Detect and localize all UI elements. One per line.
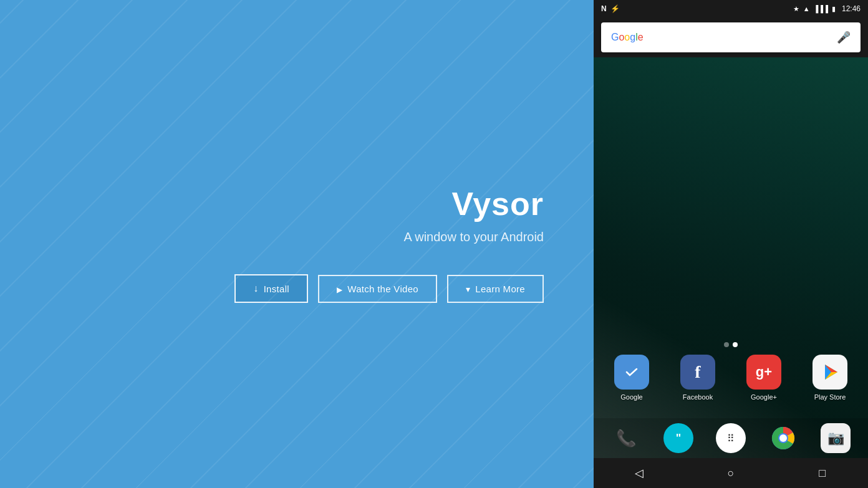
status-time: 12:46	[842, 4, 861, 13]
messenger-icon: ⠿	[716, 423, 746, 453]
home-button[interactable]: ○	[718, 461, 743, 486]
battery-icon: ▮	[832, 5, 836, 13]
chevron-down-icon	[466, 284, 470, 294]
svg-point-9	[779, 434, 787, 442]
googleplus-label: Google+	[751, 393, 777, 401]
playstore-icon	[813, 355, 847, 390]
install-button[interactable]: Install	[234, 274, 308, 303]
home-icon: ○	[728, 467, 735, 480]
left-panel: Vysor A window to your Android Install W…	[0, 0, 594, 488]
phone-icon: 📞	[611, 423, 641, 453]
playstore-label: Play Store	[814, 393, 846, 401]
install-label: Install	[264, 284, 289, 294]
google-search-bar[interactable]: Google 🎤	[601, 22, 861, 52]
notification-icon-n: N	[601, 4, 607, 13]
recents-button[interactable]: □	[810, 461, 835, 486]
bluetooth-icon: ★	[793, 5, 799, 13]
app-title: Vysor	[451, 185, 544, 222]
dock-chrome[interactable]	[758, 423, 808, 453]
dock-hangouts[interactable]: "	[653, 423, 703, 453]
nav-bar: ◁ ○ □	[594, 458, 868, 488]
google-tasks-icon	[614, 355, 649, 390]
back-button[interactable]: ◁	[627, 461, 652, 486]
icons-grid: Google f Facebook g+ Google+	[601, 355, 861, 401]
app-icons-row: Google f Facebook g+ Google+	[594, 342, 868, 418]
googleplus-icon: g+	[746, 355, 781, 390]
dock-messenger[interactable]: ⠿	[706, 423, 756, 453]
google-logo: Google	[611, 32, 644, 43]
phone-content: Google f Facebook g+ Google+	[594, 57, 868, 458]
app-icon-playstore[interactable]: Play Store	[799, 355, 861, 401]
app-icon-googleplus[interactable]: g+ Google+	[733, 355, 794, 401]
mic-icon[interactable]: 🎤	[837, 31, 851, 44]
google-tasks-label: Google	[620, 393, 642, 401]
watch-video-label: Watch the Video	[347, 284, 418, 294]
app-subtitle: A window to your Android	[403, 230, 544, 244]
app-icon-google[interactable]: Google	[601, 355, 662, 401]
camera-icon: 📷	[821, 423, 851, 453]
wifi-icon: ▲	[803, 5, 810, 12]
recents-icon: □	[819, 467, 826, 480]
watch-video-button[interactable]: Watch the Video	[318, 275, 437, 303]
learn-more-label: Learn More	[475, 284, 525, 294]
dock-phone[interactable]: 📞	[601, 423, 651, 453]
action-buttons: Install Watch the Video Learn More	[234, 274, 544, 303]
app-icon-facebook[interactable]: f Facebook	[667, 355, 728, 401]
status-left: N ⚡	[601, 4, 620, 13]
facebook-icon: f	[680, 355, 715, 390]
page-indicator	[601, 342, 861, 347]
hangouts-icon: "	[663, 423, 693, 453]
learn-more-button[interactable]: Learn More	[447, 275, 544, 303]
status-bar: N ⚡ ★ ▲ ▐▐▐ ▮ 12:46	[594, 0, 868, 17]
dot-1	[724, 342, 729, 347]
back-icon: ◁	[635, 466, 644, 480]
play-icon	[337, 284, 342, 294]
dot-2	[733, 342, 738, 347]
chrome-icon	[768, 423, 798, 453]
facebook-label: Facebook	[683, 393, 713, 401]
dock-row: 📞 " ⠿	[594, 418, 868, 458]
signal-icon: ▐▐▐	[814, 5, 828, 12]
notification-icon-bolt: ⚡	[610, 4, 620, 13]
status-right: ★ ▲ ▐▐▐ ▮ 12:46	[793, 4, 861, 13]
download-icon	[253, 283, 258, 294]
right-panel: N ⚡ ★ ▲ ▐▐▐ ▮ 12:46 Google 🎤	[594, 0, 868, 488]
dock-camera[interactable]: 📷	[811, 423, 861, 453]
